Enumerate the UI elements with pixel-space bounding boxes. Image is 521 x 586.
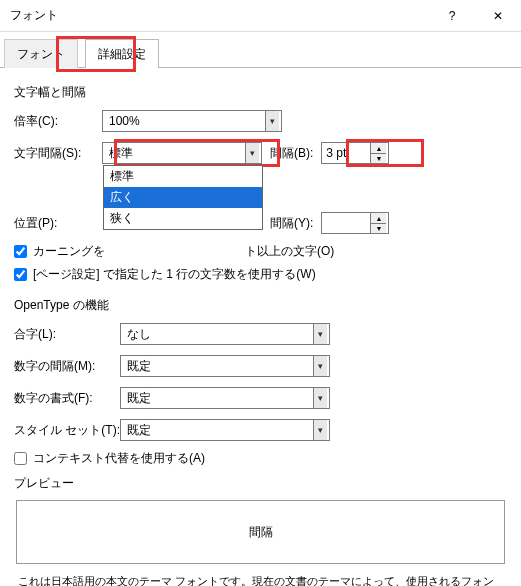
window-title: フォント	[10, 7, 429, 24]
label-spacing: 文字間隔(S):	[14, 145, 102, 162]
tab-advanced[interactable]: 詳細設定	[85, 39, 159, 68]
label-pagegrid: [ページ設定] で指定した 1 行の文字数を使用する(W)	[33, 266, 316, 283]
chevron-down-icon: ▾	[313, 420, 327, 440]
spinner-position-by[interactable]: ▲ ▼	[321, 212, 389, 234]
combo-spacing[interactable]: 標準 ▾ 標準 広く 狭く	[102, 142, 262, 164]
checkbox-contextual[interactable]	[14, 452, 27, 465]
preview-note: これは日本語用の本文のテーマ フォントです。現在の文書のテーマによって、使用され…	[14, 572, 507, 586]
combo-styleset-value: 既定	[127, 422, 151, 439]
spin-up-icon[interactable]: ▲	[370, 143, 386, 153]
combo-numform-value: 既定	[127, 390, 151, 407]
titlebar: フォント ? ✕	[0, 0, 521, 32]
label-kerning-post: ト以上の文字(O)	[245, 243, 334, 260]
combo-scale[interactable]: 100% ▾	[102, 110, 282, 132]
label-numform: 数字の書式(F):	[14, 390, 120, 407]
row-spacing: 文字間隔(S): 標準 ▾ 標準 広く 狭く 間隔(B): ▲ ▼	[14, 141, 507, 165]
group-char-spacing: 文字幅と間隔	[14, 84, 507, 101]
dropdown-spacing-list: 標準 広く 狭く	[103, 165, 263, 230]
option-condensed[interactable]: 狭く	[104, 208, 262, 229]
combo-styleset[interactable]: 既定 ▾	[120, 419, 330, 441]
spinner-spacing-by-input[interactable]	[322, 143, 370, 163]
row-pagegrid: [ページ設定] で指定した 1 行の文字数を使用する(W)	[14, 266, 507, 283]
combo-ligatures[interactable]: なし ▾	[120, 323, 330, 345]
help-button[interactable]: ?	[429, 0, 475, 32]
label-position: 位置(P):	[14, 215, 102, 232]
combo-spacing-value: 標準	[109, 145, 133, 162]
chevron-down-icon: ▾	[265, 111, 279, 131]
row-numform: 数字の書式(F): 既定 ▾	[14, 386, 507, 410]
row-ligatures: 合字(L): なし ▾	[14, 322, 507, 346]
preview-box: 間隔	[16, 500, 505, 564]
row-contextual: コンテキスト代替を使用する(A)	[14, 450, 507, 467]
combo-numspacing-value: 既定	[127, 358, 151, 375]
combo-numspacing[interactable]: 既定 ▾	[120, 355, 330, 377]
label-spacing-by: 間隔(B):	[270, 145, 313, 162]
spinner-spacing-by[interactable]: ▲ ▼	[321, 142, 389, 164]
chevron-down-icon: ▾	[313, 324, 327, 344]
checkbox-kerning[interactable]	[14, 245, 27, 258]
spin-down-icon[interactable]: ▼	[370, 223, 386, 233]
spin-down-icon[interactable]: ▼	[370, 153, 386, 163]
label-scale: 倍率(C):	[14, 113, 102, 130]
label-numspacing: 数字の間隔(M):	[14, 358, 120, 375]
preview-sample: 間隔	[249, 524, 273, 541]
label-styleset: スタイル セット(T):	[14, 422, 120, 439]
label-position-by: 間隔(Y):	[270, 215, 313, 232]
combo-numform[interactable]: 既定 ▾	[120, 387, 330, 409]
option-normal[interactable]: 標準	[104, 166, 262, 187]
tabstrip: フォント 詳細設定	[0, 38, 521, 68]
label-contextual: コンテキスト代替を使用する(A)	[33, 450, 205, 467]
row-styleset: スタイル セット(T): 既定 ▾	[14, 418, 507, 442]
row-kerning: カーニングを ト以上の文字(O)	[14, 243, 507, 260]
combo-scale-value: 100%	[109, 114, 140, 128]
checkbox-pagegrid[interactable]	[14, 268, 27, 281]
row-numspacing: 数字の間隔(M): 既定 ▾	[14, 354, 507, 378]
label-ligatures: 合字(L):	[14, 326, 120, 343]
combo-ligatures-value: なし	[127, 326, 151, 343]
tab-font[interactable]: フォント	[4, 39, 78, 68]
group-opentype: OpenType の機能	[14, 297, 507, 314]
chevron-down-icon: ▾	[313, 388, 327, 408]
option-expanded[interactable]: 広く	[104, 187, 262, 208]
group-preview: プレビュー 間隔 これは日本語用の本文のテーマ フォントです。現在の文書のテーマ…	[14, 475, 507, 586]
client-area: フォント 詳細設定 文字幅と間隔 倍率(C): 100% ▾ 文字間隔(S): …	[0, 38, 521, 586]
chevron-down-icon: ▾	[313, 356, 327, 376]
pane: 文字幅と間隔 倍率(C): 100% ▾ 文字間隔(S): 標準 ▾ 標準 広く…	[0, 68, 521, 586]
chevron-down-icon: ▾	[245, 143, 259, 163]
label-preview: プレビュー	[14, 475, 507, 492]
label-kerning-pre: カーニングを	[33, 243, 105, 260]
spinner-position-by-input[interactable]	[322, 213, 370, 233]
row-scale: 倍率(C): 100% ▾	[14, 109, 507, 133]
spin-up-icon[interactable]: ▲	[370, 213, 386, 223]
close-button[interactable]: ✕	[475, 0, 521, 32]
